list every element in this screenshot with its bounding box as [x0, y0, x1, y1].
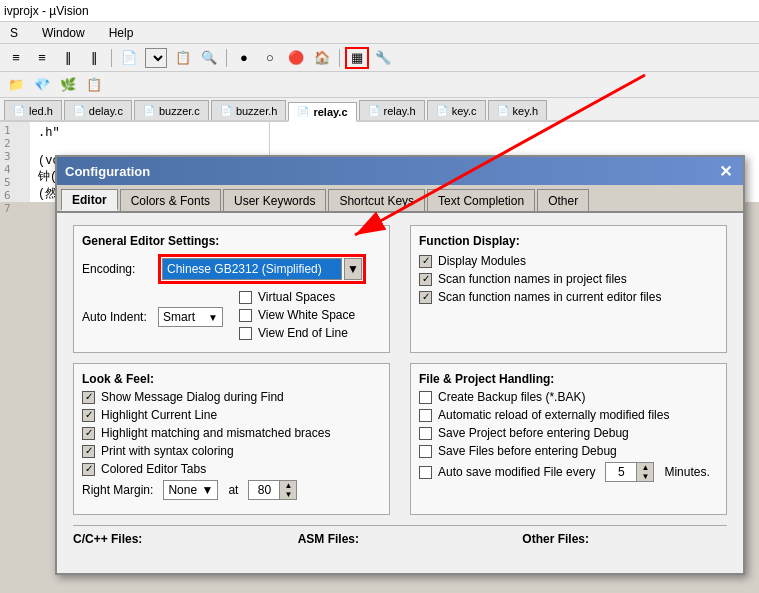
spinner-up[interactable]: ▲ — [280, 481, 296, 490]
auto-reload-checkbox[interactable] — [419, 409, 432, 422]
title-bar: ivprojx - µVision — [0, 0, 759, 22]
dialog-tab-completion[interactable]: Text Completion — [427, 189, 535, 211]
toolbar-btn-indent1[interactable]: ≡ — [4, 47, 28, 69]
print-syntax-checkbox[interactable] — [82, 445, 95, 458]
tab-buzzer-h[interactable]: 📄 buzzer.h — [211, 100, 287, 120]
tab-relay-h[interactable]: 📄 relay.h — [359, 100, 425, 120]
auto-indent-row: Auto Indent: Smart ▼ Virtual Spaces View… — [82, 290, 381, 344]
dialog-tab-shortcut[interactable]: Shortcut Keys — [328, 189, 425, 211]
margin-number-field[interactable]: 80 — [249, 481, 279, 499]
margin-number-input[interactable]: 80 ▲ ▼ — [248, 480, 297, 500]
middle-section: Look & Feel: Show Message Dialog during … — [73, 363, 727, 515]
dialog-tabs-bar: Editor Colors & Fonts User Keywords Shor… — [57, 185, 743, 213]
toolbar-btn-flame[interactable]: 🔴 — [284, 47, 308, 69]
right-margin-row: Right Margin: None ▼ at 80 ▲ ▼ — [82, 480, 381, 500]
dialog-tab-colors[interactable]: Colors & Fonts — [120, 189, 221, 211]
auto-save-number-input[interactable]: 5 ▲ ▼ — [605, 462, 654, 482]
spinner-down[interactable]: ▼ — [280, 490, 296, 499]
auto-save-minutes-field[interactable]: 5 — [606, 463, 636, 481]
toolbar2-btn-folder[interactable]: 📁 — [4, 74, 28, 96]
dialog-close-button[interactable]: ✕ — [715, 161, 735, 181]
scan-project-checkbox[interactable] — [419, 273, 432, 286]
view-eol-label: View End of Line — [258, 326, 348, 340]
auto-indent-arrow: ▼ — [208, 312, 218, 323]
create-backup-label: Create Backup files (*.BAK) — [438, 390, 585, 404]
general-settings-title: General Editor Settings: — [82, 234, 381, 248]
menu-s[interactable]: S — [4, 24, 24, 42]
file-project-title: File & Project Handling: — [419, 372, 718, 386]
display-modules-row: Display Modules — [419, 254, 718, 268]
auto-save-spinner-down[interactable]: ▼ — [637, 472, 653, 481]
right-margin-dropdown[interactable]: None ▼ — [163, 480, 218, 500]
display-modules-checkbox[interactable] — [419, 255, 432, 268]
toolbar2-btn-leaf[interactable]: 🌿 — [56, 74, 80, 96]
right-margin-arrow: ▼ — [201, 483, 213, 497]
toolbar2-btn-gem[interactable]: 💎 — [30, 74, 54, 96]
function-display-title: Function Display: — [419, 234, 718, 248]
dialog-tab-editor[interactable]: Editor — [61, 189, 118, 211]
toolbar-btn-wrench[interactable]: 🔧 — [371, 47, 395, 69]
display-modules-label: Display Modules — [438, 254, 526, 268]
dialog-tab-other[interactable]: Other — [537, 189, 589, 211]
toolbar-sep2 — [226, 49, 227, 67]
toolbar-btn-indent4[interactable]: ‖ — [82, 47, 106, 69]
toolbar-btn-stop[interactable]: ○ — [258, 47, 282, 69]
colored-tabs-label: Colored Editor Tabs — [101, 462, 206, 476]
toolbar-btn-home[interactable]: 🏠 — [310, 47, 334, 69]
tab-delay-c[interactable]: 📄 delay.c — [64, 100, 132, 120]
colored-tabs-checkbox[interactable] — [82, 463, 95, 476]
tab-buzzer-c[interactable]: 📄 buzzer.c — [134, 100, 209, 120]
virtual-spaces-checkbox[interactable] — [239, 291, 252, 304]
line-numbers: 1234567 — [0, 122, 30, 202]
toolbar-select[interactable] — [145, 48, 167, 68]
asm-files-label: ASM Files: — [298, 532, 359, 546]
highlight-current-checkbox[interactable] — [82, 409, 95, 422]
toolbar-btn-record[interactable]: ● — [232, 47, 256, 69]
tab-relay-c[interactable]: 📄 relay.c — [288, 102, 356, 122]
create-backup-checkbox[interactable] — [419, 391, 432, 404]
highlight-matching-row: Highlight matching and mismatched braces — [82, 426, 381, 440]
save-before-debug-row: Save Project before entering Debug — [419, 426, 718, 440]
auto-indent-label: Auto Indent: — [82, 310, 152, 324]
highlight-matching-checkbox[interactable] — [82, 427, 95, 440]
dialog-tab-keywords[interactable]: User Keywords — [223, 189, 326, 211]
save-files-debug-row: Save Files before entering Debug — [419, 444, 718, 458]
minutes-label: Minutes. — [664, 465, 709, 479]
tabs-bar: 📄 led.h 📄 delay.c 📄 buzzer.c 📄 buzzer.h … — [0, 98, 759, 122]
view-whitespace-checkbox[interactable] — [239, 309, 252, 322]
configuration-dialog: Configuration ✕ Editor Colors & Fonts Us… — [55, 155, 745, 575]
print-syntax-label: Print with syntax coloring — [101, 444, 234, 458]
toolbar-btn-doc[interactable]: 📄 — [117, 47, 141, 69]
auto-save-checkbox[interactable] — [419, 466, 432, 479]
tab-key-c[interactable]: 📄 key.c — [427, 100, 486, 120]
code-line-2 — [38, 140, 261, 154]
create-backup-row: Create Backup files (*.BAK) — [419, 390, 718, 404]
show-message-row: Show Message Dialog during Find — [82, 390, 381, 404]
view-eol-checkbox[interactable] — [239, 327, 252, 340]
cpp-files-label: C/C++ Files: — [73, 532, 142, 546]
scan-editor-checkbox[interactable] — [419, 291, 432, 304]
margin-number-spinner: ▲ ▼ — [279, 481, 296, 499]
toolbar-btn-search[interactable]: 🔍 — [197, 47, 221, 69]
save-files-debug-checkbox[interactable] — [419, 445, 432, 458]
save-before-debug-checkbox[interactable] — [419, 427, 432, 440]
menu-bar: S Window Help — [0, 22, 759, 44]
encoding-dropdown[interactable]: Chinese GB2312 (Simplified) — [162, 258, 342, 280]
auto-save-spinner-up[interactable]: ▲ — [637, 463, 653, 472]
view-eol-row: View End of Line — [239, 326, 355, 340]
auto-indent-dropdown[interactable]: Smart ▼ — [158, 307, 223, 327]
menu-window[interactable]: Window — [36, 24, 91, 42]
menu-help[interactable]: Help — [103, 24, 140, 42]
toolbar-btn-clipboard[interactable]: 📋 — [171, 47, 195, 69]
toolbar-btn-grid[interactable]: ▦ — [345, 47, 369, 69]
tab-led-h[interactable]: 📄 led.h — [4, 100, 62, 120]
toolbar2-btn-clip[interactable]: 📋 — [82, 74, 106, 96]
tab-key-h[interactable]: 📄 key.h — [488, 100, 547, 120]
show-message-checkbox[interactable] — [82, 391, 95, 404]
toolbar-btn-indent2[interactable]: ≡ — [30, 47, 54, 69]
save-files-debug-label: Save Files before entering Debug — [438, 444, 617, 458]
view-whitespace-row: View White Space — [239, 308, 355, 322]
toolbar-btn-indent3[interactable]: ‖ — [56, 47, 80, 69]
right-margin-label: Right Margin: — [82, 483, 153, 497]
encoding-dropdown-arrow[interactable]: ▼ — [344, 258, 362, 280]
